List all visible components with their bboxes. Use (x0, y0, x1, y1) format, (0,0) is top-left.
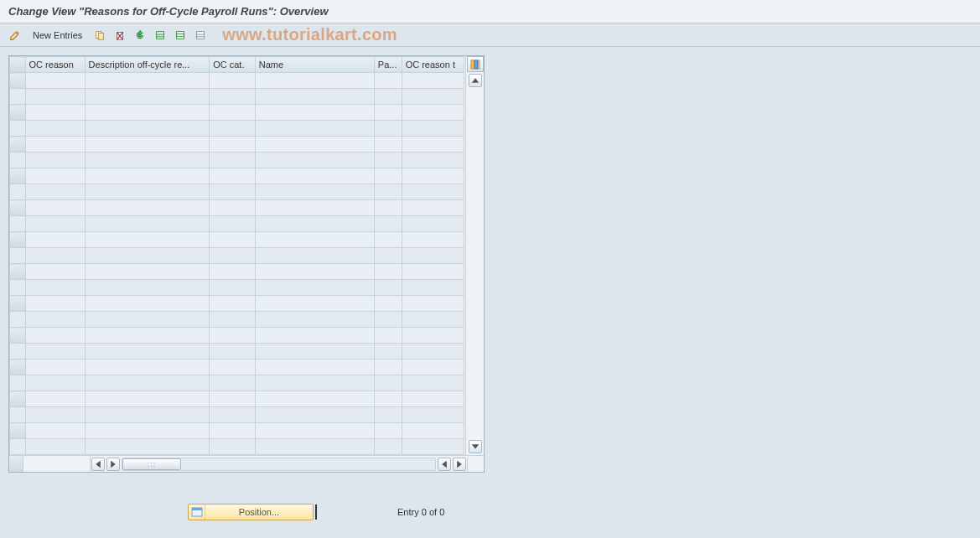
cell[interactable] (374, 328, 402, 344)
row-selector[interactable] (10, 391, 26, 407)
row-selector[interactable] (10, 184, 26, 200)
cell[interactable] (85, 423, 210, 439)
cell[interactable] (210, 312, 256, 328)
cell[interactable] (374, 280, 402, 296)
cell[interactable] (25, 200, 85, 216)
vertical-scrollbar[interactable] (465, 56, 484, 455)
table-row[interactable] (10, 184, 464, 200)
cell[interactable] (255, 153, 374, 168)
cell[interactable] (402, 391, 464, 407)
row-selector[interactable] (10, 73, 26, 89)
cell[interactable] (210, 184, 256, 200)
cell[interactable] (25, 105, 85, 121)
row-selector[interactable] (10, 121, 26, 137)
cell[interactable] (85, 439, 210, 455)
cell[interactable] (25, 375, 85, 391)
cell[interactable] (255, 439, 374, 455)
table-row[interactable] (10, 105, 464, 121)
cell[interactable] (85, 248, 210, 264)
cell[interactable] (85, 168, 210, 184)
cell[interactable] (402, 232, 464, 248)
table-row[interactable] (10, 137, 464, 153)
row-selector[interactable] (10, 264, 26, 280)
table-row[interactable] (10, 280, 464, 296)
cell[interactable] (374, 232, 402, 248)
cell[interactable] (85, 280, 210, 296)
row-selector[interactable] (10, 439, 26, 455)
cell[interactable] (85, 391, 210, 407)
cell[interactable] (210, 200, 256, 216)
cell[interactable] (255, 391, 374, 407)
cell[interactable] (402, 439, 464, 455)
cell[interactable] (255, 200, 374, 216)
cell[interactable] (85, 344, 210, 360)
toggle-change-icon[interactable] (7, 27, 23, 44)
cell[interactable] (25, 312, 85, 328)
cell[interactable] (25, 168, 85, 184)
cell[interactable] (210, 89, 256, 105)
table-row[interactable] (10, 344, 464, 360)
cell[interactable] (210, 153, 256, 168)
cell[interactable] (374, 200, 402, 216)
cell[interactable] (374, 248, 402, 264)
cell[interactable] (402, 184, 464, 200)
cell[interactable] (402, 248, 464, 264)
cell[interactable] (374, 264, 402, 280)
cell[interactable] (25, 423, 85, 439)
cell[interactable] (25, 153, 85, 168)
cell[interactable] (210, 264, 256, 280)
cell[interactable] (402, 328, 464, 344)
cell[interactable] (85, 153, 210, 168)
table-row[interactable] (10, 232, 464, 248)
cell[interactable] (210, 360, 256, 375)
hscroll-track[interactable]: ::: (122, 458, 436, 471)
scroll-left-icon[interactable] (91, 458, 105, 471)
column-header[interactable]: OC reason (25, 57, 85, 73)
cell[interactable] (402, 73, 464, 89)
table-row[interactable] (10, 423, 464, 439)
horizontal-scrollbar[interactable]: ::: (9, 455, 484, 472)
scroll-right-icon[interactable] (106, 458, 120, 471)
row-selector[interactable] (10, 232, 26, 248)
cell[interactable] (255, 121, 374, 137)
cell[interactable] (85, 264, 210, 280)
cell[interactable] (85, 296, 210, 312)
cell[interactable] (255, 407, 374, 423)
scroll-down-icon[interactable] (469, 440, 482, 453)
cell[interactable] (374, 360, 402, 375)
cell[interactable] (402, 407, 464, 423)
row-selector[interactable] (10, 137, 26, 153)
row-selector[interactable] (10, 375, 26, 391)
column-header[interactable]: Name (255, 57, 374, 73)
cell[interactable] (210, 439, 256, 455)
row-selector[interactable] (10, 89, 26, 105)
cell[interactable] (25, 280, 85, 296)
table-row[interactable] (10, 360, 464, 375)
undo-change-icon[interactable] (132, 27, 148, 44)
cell[interactable] (210, 328, 256, 344)
scroll-right2-icon[interactable] (453, 458, 466, 471)
cell[interactable] (255, 216, 374, 232)
cell[interactable] (255, 184, 374, 200)
row-selector[interactable] (10, 280, 26, 296)
cell[interactable] (255, 375, 374, 391)
cell[interactable] (255, 280, 374, 296)
cell[interactable] (402, 121, 464, 137)
cell[interactable] (374, 439, 402, 455)
column-header[interactable]: OC reason t (402, 57, 464, 73)
cell[interactable] (374, 407, 402, 423)
delete-icon[interactable] (111, 27, 128, 44)
cell[interactable] (25, 360, 85, 375)
cell[interactable] (85, 200, 210, 216)
cell[interactable] (25, 216, 85, 232)
configure-columns-icon[interactable] (467, 56, 484, 72)
cell[interactable] (210, 391, 256, 407)
scroll-up-icon[interactable] (469, 74, 482, 87)
cell[interactable] (402, 360, 464, 375)
cell[interactable] (85, 375, 210, 391)
cell[interactable] (402, 153, 464, 168)
cell[interactable] (210, 375, 256, 391)
position-button[interactable]: Position... (188, 504, 314, 520)
cell[interactable] (210, 168, 256, 184)
table-row[interactable] (10, 312, 464, 328)
